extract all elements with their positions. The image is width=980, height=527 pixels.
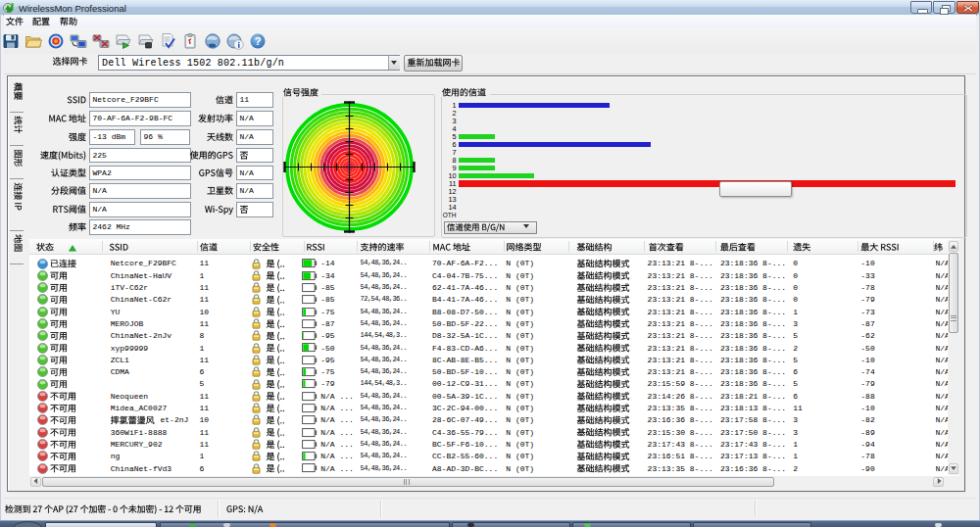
svg-text:?: ? [255,35,262,47]
